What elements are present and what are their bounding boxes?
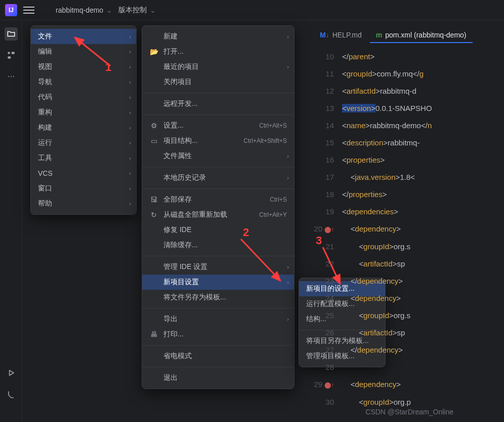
- menu-item-label: 打开...: [163, 47, 184, 56]
- code-content[interactable]: </dependency>: [342, 273, 504, 290]
- menu-item-tools[interactable]: 工具›: [31, 150, 136, 166]
- gutter-icon[interactable]: ⬤↑: [324, 376, 334, 394]
- line-number: 19: [314, 203, 342, 220]
- code-content[interactable]: <dependencies>: [342, 203, 504, 220]
- chevron-right-icon: ›: [129, 155, 131, 161]
- chevron-right-icon: ›: [287, 64, 289, 70]
- menu-item-shortcut: Ctrl+Alt+Shift+S: [243, 137, 287, 144]
- menu-item[interactable]: 文件属性›: [142, 148, 294, 164]
- menu-item-label: 最近的项目: [163, 62, 199, 71]
- menu-item-nav[interactable]: 导航›: [31, 74, 136, 90]
- code-content[interactable]: <dependency>: [342, 290, 504, 307]
- code-line[interactable]: 11<groupId>com.fly.mq</g: [314, 65, 504, 83]
- code-line[interactable]: 25 <groupId>org.s: [314, 307, 504, 324]
- code-line[interactable]: 14<name>rabbitmq-demo</n: [314, 117, 504, 134]
- menu-item-label: 退出: [163, 373, 178, 382]
- left-tool-bar: ⋯: [0, 20, 22, 422]
- chevron-right-icon: ›: [129, 201, 131, 207]
- code-line[interactable]: 20⬤↑ <dependency>: [314, 220, 504, 238]
- menu-item-vcs[interactable]: VCS›: [31, 166, 136, 181]
- code-content[interactable]: <dependency>: [342, 220, 504, 238]
- menu-item[interactable]: 将文件另存为模板...: [142, 290, 294, 305]
- build-tool-icon[interactable]: [5, 389, 18, 402]
- menu-item[interactable]: 导出›: [142, 312, 294, 327]
- menu-item[interactable]: 📂打开...: [142, 44, 294, 59]
- code-line[interactable]: 28: [314, 359, 504, 376]
- line-number: 27: [314, 341, 342, 359]
- editor-tab[interactable]: mpom.xml (rabbitmq-demo): [370, 28, 473, 43]
- svg-line-6: [323, 247, 340, 284]
- menu-item[interactable]: 关闭项目: [142, 74, 294, 90]
- menu-item[interactable]: 修复 IDE: [142, 222, 294, 238]
- menu-item-label: 项目结构...: [163, 136, 198, 145]
- menu-item[interactable]: ▭项目结构...Ctrl+Alt+Shift+S: [142, 133, 294, 148]
- code-content[interactable]: </dependency>: [342, 341, 504, 359]
- code-content[interactable]: <groupId>com.fly.mq</g: [342, 65, 504, 83]
- menu-item[interactable]: 本地历史记录›: [142, 170, 294, 185]
- menu-item-icon: ▭: [149, 137, 158, 145]
- menu-item[interactable]: 退出: [142, 370, 294, 386]
- menu-item[interactable]: 最近的项目›: [142, 59, 294, 74]
- menu-item-refactor[interactable]: 重构›: [31, 105, 136, 120]
- code-content[interactable]: [342, 359, 504, 376]
- menu-item[interactable]: 新建›: [142, 29, 294, 44]
- menu-item[interactable]: 省电模式: [142, 349, 294, 364]
- chevron-right-icon: ›: [129, 140, 131, 146]
- code-content[interactable]: <groupId>org.s: [342, 238, 504, 255]
- editor-tab[interactable]: M↓HELP.md: [314, 28, 368, 43]
- code-line[interactable]: 26 <artifactId>sp: [314, 324, 504, 341]
- code-line[interactable]: 13<version>0.0.1-SNAPSHO: [314, 100, 504, 117]
- more-tool-icon[interactable]: ⋯: [5, 70, 18, 83]
- code-line[interactable]: 17 <java.version>1.8<: [314, 169, 504, 186]
- line-number: 29⬤↑: [314, 376, 342, 394]
- code-content[interactable]: <dependency>: [342, 376, 504, 394]
- code-content[interactable]: <description>rabbitmq-: [342, 134, 504, 151]
- code-line[interactable]: 15<description>rabbitmq-: [314, 134, 504, 151]
- code-line[interactable]: 19<dependencies>: [314, 203, 504, 220]
- code-content[interactable]: <artifactId>rabbitmq-d: [342, 83, 504, 100]
- menu-item[interactable]: 🖫全部保存Ctrl+S: [142, 192, 294, 207]
- code-line[interactable]: 29⬤↑ <dependency>: [314, 376, 504, 394]
- code-content[interactable]: </parent>: [342, 48, 504, 65]
- code-line[interactable]: 18</properties>: [314, 186, 504, 203]
- code-content[interactable]: <properties>: [342, 151, 504, 169]
- menu-item[interactable]: ⚙设置...Ctrl+Alt+S: [142, 118, 294, 133]
- code-content[interactable]: <version>0.0.1-SNAPSHO: [342, 100, 504, 117]
- menu-item[interactable]: ↻从磁盘全部重新加载Ctrl+Alt+Y: [142, 207, 294, 222]
- line-number: 30: [314, 394, 342, 411]
- menu-item-icon: ⚙: [149, 122, 158, 130]
- menu-item-code[interactable]: 代码›: [31, 90, 136, 105]
- menu-item-label: 新建: [163, 32, 178, 41]
- code-content[interactable]: <name>rabbitmq-demo</n: [342, 117, 504, 134]
- code-line[interactable]: 24 <dependency>: [314, 290, 504, 307]
- code-content[interactable]: <groupId>org.s: [342, 307, 504, 324]
- vcs-dropdown[interactable]: 版本控制 ⌄: [118, 6, 156, 15]
- menu-item[interactable]: 远程开发...: [142, 96, 294, 111]
- menu-item[interactable]: 🖶打印...: [142, 327, 294, 342]
- run-tool-icon[interactable]: [5, 366, 18, 379]
- menu-item-shortcut: Ctrl+Alt+Y: [259, 211, 287, 218]
- svg-rect-1: [11, 52, 14, 54]
- code-line[interactable]: 16<properties>: [314, 151, 504, 169]
- code-content[interactable]: <java.version>1.8<: [342, 169, 504, 186]
- menu-item-run[interactable]: 运行›: [31, 135, 136, 150]
- file-type-icon: M↓: [320, 31, 329, 39]
- project-name[interactable]: rabbitmq-demo: [56, 6, 103, 14]
- structure-tool-icon[interactable]: [5, 49, 18, 62]
- code-content[interactable]: <artifactId>sp: [342, 255, 504, 273]
- code-content[interactable]: </properties>: [342, 186, 504, 203]
- main-menu-button[interactable]: [23, 5, 34, 16]
- code-line[interactable]: 27 </dependency>: [314, 341, 504, 359]
- code-line[interactable]: 10</parent>: [314, 48, 504, 65]
- gutter-icon[interactable]: ⬤↑: [324, 221, 334, 238]
- menu-item-help[interactable]: 帮助›: [31, 196, 136, 211]
- line-number: 25: [314, 307, 342, 324]
- menu-item-build[interactable]: 构建›: [31, 120, 136, 135]
- breadcrumb[interactable]: rabbitmq-demo ⌄: [56, 6, 112, 14]
- code-editor[interactable]: 10</parent>11<groupId>com.fly.mq</g12<ar…: [314, 48, 504, 411]
- vcs-label[interactable]: 版本控制: [118, 6, 147, 15]
- code-line[interactable]: 12<artifactId>rabbitmq-d: [314, 83, 504, 100]
- menu-item-window[interactable]: 窗口›: [31, 181, 136, 196]
- project-tool-icon[interactable]: [5, 27, 18, 41]
- code-content[interactable]: <artifactId>sp: [342, 324, 504, 341]
